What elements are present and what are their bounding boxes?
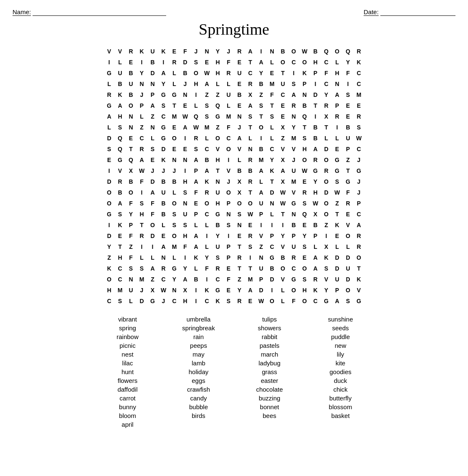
grid-cell: E	[126, 133, 137, 144]
grid-cell: A	[245, 100, 256, 111]
grid-cell: H	[115, 111, 126, 122]
grid-cell: F	[180, 46, 191, 57]
grid-cell: T	[115, 241, 126, 252]
grid-cell: I	[321, 230, 332, 241]
grid-cell: N	[299, 89, 310, 100]
grid-cell: R	[354, 46, 364, 57]
grid-cell: B	[202, 154, 212, 165]
grid-cell: F	[223, 274, 234, 285]
grid-cell: O	[169, 230, 180, 241]
grid-cell: N	[169, 285, 180, 296]
grid-cell: A	[332, 296, 343, 306]
grid-cell: P	[299, 78, 310, 89]
grid-cell: O	[223, 187, 234, 198]
grid-cell: Y	[278, 230, 288, 241]
grid-cell: O	[299, 154, 310, 165]
grid-cell: D	[267, 274, 278, 285]
grid-cell: G	[310, 165, 321, 176]
grid-cell: P	[310, 68, 321, 78]
grid-cell: X	[278, 154, 288, 165]
grid-cell: G	[104, 68, 115, 78]
word-item: chocolate	[236, 386, 303, 393]
grid-cell: Q	[126, 154, 137, 165]
word-item: puddle	[307, 333, 374, 340]
grid-cell: A	[147, 100, 158, 111]
grid-cell: V	[288, 187, 299, 198]
grid-cell: A	[310, 144, 321, 154]
grid-cell: O	[104, 274, 115, 285]
word-item: showers	[236, 324, 303, 332]
grid-cell: Y	[256, 68, 267, 78]
grid-cell: Y	[169, 274, 180, 285]
grid-cell: P	[267, 230, 278, 241]
grid-cell: L	[137, 252, 147, 263]
grid-cell: S	[126, 263, 137, 274]
grid-cell: E	[223, 285, 234, 296]
grid-cell: F	[126, 198, 137, 209]
word-item: umbrella	[165, 316, 232, 323]
grid-cell: N	[137, 78, 147, 89]
grid-cell: L	[169, 252, 180, 263]
grid-cell: F	[343, 187, 354, 198]
grid-cell: M	[169, 111, 180, 122]
grid-cell: A	[256, 57, 267, 68]
grid-cell: B	[180, 68, 191, 78]
grid-cell: P	[288, 230, 299, 241]
grid-cell: Q	[115, 144, 126, 154]
grid-cell: N	[126, 111, 137, 122]
word-item: lamb	[165, 360, 232, 367]
grid-cell: L	[267, 209, 278, 220]
grid-cell: P	[343, 144, 354, 154]
grid-cell: D	[321, 144, 332, 154]
grid-cell: L	[310, 241, 321, 252]
grid-cell: J	[191, 46, 202, 57]
grid-cell: A	[191, 154, 202, 165]
grid-cell: N	[288, 209, 299, 220]
grid-cell: A	[180, 274, 191, 285]
grid-cell: Z	[202, 89, 212, 100]
grid-cell: V	[278, 274, 288, 285]
grid-cell: B	[310, 220, 321, 230]
grid-cell: I	[256, 46, 267, 57]
grid-cell: W	[180, 111, 191, 122]
grid-cell: H	[104, 285, 115, 296]
word-search-grid: VVRKUKEFJNYJRAINBOWBQOQRILEIBIRDSEHFETAL…	[104, 46, 364, 306]
grid-cell: R	[169, 57, 180, 68]
grid-cell: V	[354, 285, 364, 296]
grid-cell: G	[212, 285, 223, 296]
word-list-inner: vibrantumbrellatulipssunshinespringsprin…	[94, 316, 374, 428]
grid-cell: W	[202, 68, 212, 78]
grid-cell: L	[332, 57, 343, 68]
grid-cell: D	[310, 89, 321, 100]
grid-cell: B	[191, 274, 202, 285]
word-item: pastels	[236, 342, 303, 349]
grid-cell: S	[299, 198, 310, 209]
grid-cell: T	[245, 57, 256, 68]
grid-cell: N	[267, 46, 278, 57]
grid-cell: J	[223, 46, 234, 57]
grid-cell: L	[202, 133, 212, 144]
grid-cell: N	[234, 111, 245, 122]
grid-cell: H	[115, 252, 126, 263]
date-underline	[380, 8, 455, 16]
grid-cell: R	[321, 100, 332, 111]
grid-cell: Z	[104, 252, 115, 263]
grid-cell: R	[245, 230, 256, 241]
grid-cell: L	[191, 263, 202, 274]
grid-cell: U	[343, 263, 354, 274]
grid-cell: F	[288, 296, 299, 306]
grid-cell: N	[147, 122, 158, 133]
grid-cell: P	[223, 241, 234, 252]
grid-cell: T	[245, 263, 256, 274]
grid-cell: A	[115, 100, 126, 111]
name-underline	[33, 8, 166, 16]
grid-cell: Q	[115, 133, 126, 144]
grid-cell: G	[158, 89, 169, 100]
grid-cell: Z	[126, 241, 137, 252]
word-item: rabbit	[236, 333, 303, 340]
grid-cell: A	[191, 176, 202, 187]
grid-cell: L	[343, 241, 354, 252]
name-field: Name:	[13, 8, 166, 16]
grid-cell: O	[256, 122, 267, 133]
grid-cell: I	[256, 220, 267, 230]
